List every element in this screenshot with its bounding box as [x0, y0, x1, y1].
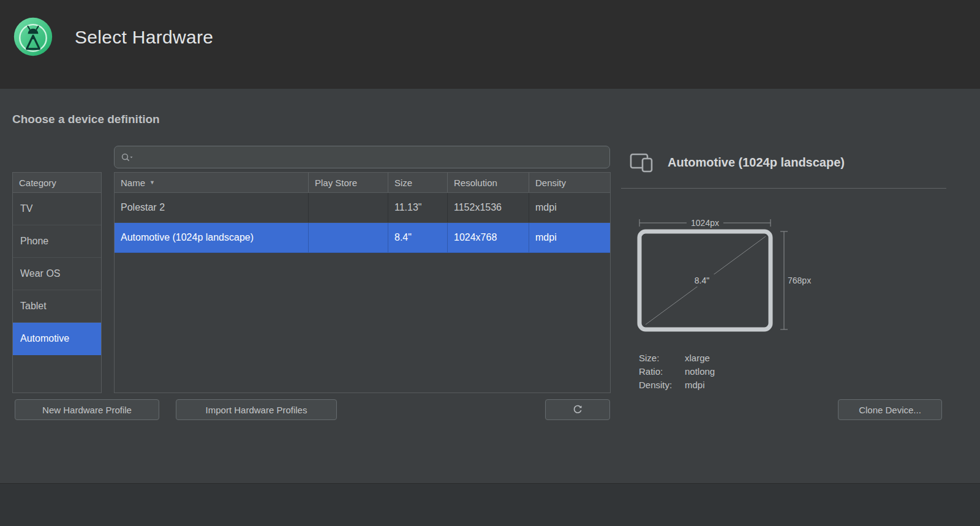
diagram-diagonal-label: 8.4" [695, 276, 709, 285]
chevron-down-icon [130, 156, 133, 157]
device-search-box[interactable] [114, 146, 610, 168]
device-icon [630, 152, 653, 173]
table-row-automotive-1024p[interactable]: Automotive (1024p landscape) 8.4" 1024x7… [115, 223, 610, 253]
search-input[interactable] [139, 152, 603, 162]
select-hardware-dialog: Select Hardware Choose a device definiti… [0, 0, 980, 526]
table-row-polestar-2[interactable]: Polestar 2 11.13" 1152x1536 mdpi [115, 193, 610, 223]
column-header-density[interactable]: Density [529, 173, 610, 192]
footer-bar: ? Cancel Previous Next Finish [0, 483, 980, 526]
import-hardware-profiles-button[interactable]: Import Hardware Profiles [176, 399, 337, 420]
spec-ratio: Ratio: notlong [639, 365, 715, 378]
detail-device-title: Automotive (1024p landscape) [668, 156, 845, 170]
diagram-height-label: 768px [788, 276, 811, 285]
category-item-tv[interactable]: TV [13, 193, 101, 225]
spec-size: Size: xlarge [639, 351, 715, 365]
category-item-wear-os[interactable]: Wear OS [13, 258, 101, 290]
column-header-play-store[interactable]: Play Store [309, 173, 388, 192]
column-header-resolution[interactable]: Resolution [448, 173, 529, 192]
detail-header: Automotive (1024p landscape) [630, 152, 845, 173]
column-header-name[interactable]: Name ▼ [115, 173, 309, 192]
category-item-automotive[interactable]: Automotive [13, 323, 101, 355]
device-specs: Size: xlarge Ratio: notlong Density: mdp… [639, 351, 715, 392]
device-dimensions-diagram: 1024px 8.4" 768px [630, 213, 821, 343]
device-table: Name ▼ Play Store Size Resolution Densit… [114, 172, 611, 393]
spec-density: Density: mdpi [639, 378, 715, 392]
category-item-phone[interactable]: Phone [13, 225, 101, 258]
sort-desc-icon: ▼ [149, 179, 155, 186]
android-studio-logo-icon [12, 16, 54, 58]
titlebar: Select Hardware [0, 0, 980, 89]
diagram-width-label: 1024px [691, 218, 719, 228]
device-table-header: Name ▼ Play Store Size Resolution Densit… [115, 173, 610, 193]
column-header-size[interactable]: Size [388, 173, 448, 192]
category-header: Category [13, 173, 101, 193]
category-list: Category TV Phone Wear OS Tablet Automot… [12, 172, 102, 393]
category-item-tablet[interactable]: Tablet [13, 290, 101, 323]
detail-divider [621, 188, 946, 189]
section-title: Choose a device definition [12, 113, 160, 126]
refresh-icon [572, 405, 583, 415]
clone-device-button[interactable]: Clone Device... [838, 399, 942, 420]
window-title: Select Hardware [75, 27, 213, 48]
refresh-button[interactable] [545, 399, 610, 420]
search-icon [121, 152, 134, 162]
new-hardware-profile-button[interactable]: New Hardware Profile [15, 399, 159, 420]
